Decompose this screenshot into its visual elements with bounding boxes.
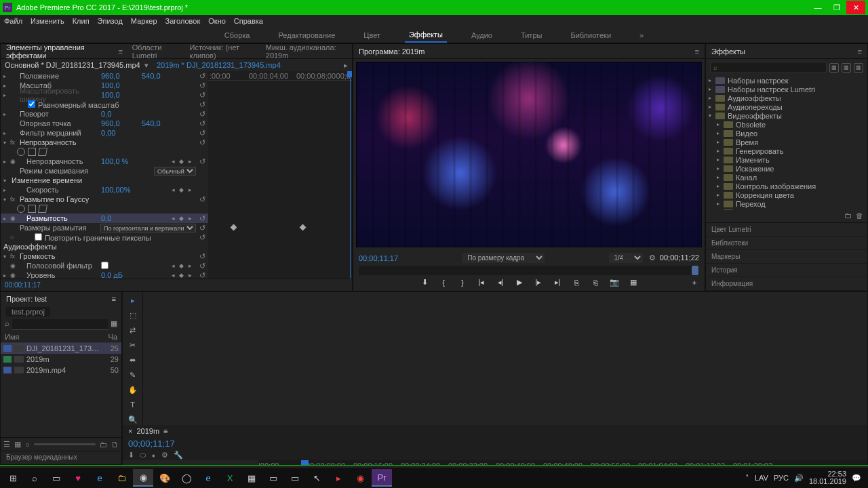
new-bin-icon[interactable]: 🗀 [844, 211, 852, 221]
export-frame-icon[interactable]: 📷 [610, 278, 619, 287]
app-icon[interactable]: ▭ [263, 469, 283, 487]
tray-lav[interactable]: LAV [755, 474, 768, 482]
ec-row[interactable] [1, 147, 208, 157]
marker-icon[interactable]: ⬥ [151, 451, 156, 459]
ws-editing[interactable]: Редактирование [274, 28, 339, 42]
panel-history[interactable]: История [706, 264, 867, 277]
project-tab[interactable]: Проект: test [6, 295, 47, 303]
ec-row[interactable]: Опорная точка960,0540,0↺ [1, 119, 208, 128]
maximize-button[interactable]: ❐ [827, 1, 846, 14]
compare-icon[interactable]: ▦ [629, 278, 638, 287]
link-icon[interactable]: ⬭ [140, 451, 146, 460]
program-zoom[interactable]: 1/4 [609, 253, 643, 263]
menu-clip[interactable]: Клип [73, 17, 90, 25]
ec-row[interactable]: ▸Скорость100,00%◂ ◆ ▸ [1, 185, 208, 195]
zoom-slider[interactable] [34, 443, 96, 445]
ec-row[interactable]: ▸Поворот0,0↺ [1, 109, 208, 119]
app-icon[interactable]: ▸ [328, 469, 349, 487]
program-scrub[interactable] [359, 266, 699, 275]
new-bin-icon[interactable]: 🗀 [100, 441, 107, 449]
selection-tool-icon[interactable]: ▸ [127, 295, 138, 306]
ec-row[interactable]: Аудиоэффекты [1, 242, 208, 251]
ec-row[interactable]: ▸◉Размытость0,0◂ ◆ ▸↺ [1, 214, 208, 223]
project-breadcrumb[interactable]: test.prproj [6, 307, 50, 317]
fx-tree-item[interactable]: ▸Переход [706, 199, 867, 208]
timeline-menu[interactable]: ≡ [163, 427, 167, 435]
ec-row[interactable]: ▸Фильтр мерцаний0,00↺ [1, 128, 208, 138]
ec-row[interactable]: ○Повторить граничные пикселы↺ [1, 232, 208, 242]
ie-icon[interactable]: e [198, 469, 218, 487]
fx-tree-item[interactable]: ▸Obsolete [706, 120, 867, 129]
project-filter-icon[interactable]: ▦ [111, 319, 117, 330]
effects-tab[interactable]: Эффекты [711, 47, 745, 56]
effects-tree[interactable]: ▸Наборы настроек▸Наборы настроек Lumetri… [706, 76, 867, 210]
program-tc-in[interactable]: 00;00;11;17 [359, 254, 398, 262]
mark-in-bracket-icon[interactable]: { [439, 279, 448, 287]
fx-badge2-icon[interactable]: ▦ [842, 63, 851, 73]
search-icon[interactable]: ⌕ [24, 469, 45, 487]
icon-view-icon[interactable]: ▦ [14, 440, 21, 449]
ec-row[interactable]: ▸◉Уровень0,0 дБ◂ ◆ ▸↺ [1, 270, 208, 279]
timeline-tc[interactable]: 00;00;11;17 [128, 439, 175, 449]
fx-tree-item[interactable]: ▸Канал [706, 173, 867, 182]
fx-tree-item[interactable]: ▸Коррекция цвета [706, 190, 867, 199]
keyframe[interactable] [300, 224, 307, 231]
fx-tree-item[interactable]: ▸Время [706, 138, 867, 146]
close-button[interactable]: ✕ [846, 1, 865, 14]
ec-row[interactable]: ▸◉Непрозрачность100,0 %◂ ◆ ▸↺ [1, 157, 208, 166]
fx-tree-item[interactable]: ▸Контроль изображения [706, 182, 867, 190]
mark-in-icon[interactable]: ⬇ [420, 278, 429, 287]
app-icon[interactable]: ◉ [350, 469, 370, 487]
pen-tool-icon[interactable]: ✎ [127, 369, 138, 380]
fx-tree-item[interactable]: ▾Видеоэффекты [706, 111, 867, 120]
media-browser-tab[interactable]: Браузер медиаданных [1, 451, 121, 464]
ws-libraries[interactable]: Библиотеки [566, 28, 615, 42]
ec-properties[interactable]: ▸Положение960,0540,0↺▸Масштаб100,0↺▸Масш… [1, 71, 208, 279]
chrome-icon[interactable]: ◉ [133, 469, 153, 487]
tray-clock[interactable]: 22:53 18.01.2019 [809, 470, 846, 485]
zoom-tool-icon[interactable]: 🔍 [127, 414, 138, 425]
effects-menu[interactable]: ≡ [858, 47, 862, 56]
razor-tool-icon[interactable]: ✂ [127, 340, 138, 350]
wrench-icon[interactable]: 🔧 [174, 451, 183, 460]
ec-row[interactable]: ▾fxГромкость↺ [1, 251, 208, 261]
ec-tab-mixer[interactable]: Микш. аудиоканала: 2019m [266, 43, 347, 60]
ec-row[interactable] [1, 204, 208, 214]
ec-tab-menu[interactable]: ≡ [118, 47, 122, 56]
project-menu[interactable]: ≡ [112, 295, 116, 303]
new-item-icon[interactable]: 🗋 [111, 441, 119, 449]
program-fit[interactable]: По размеру кадра [462, 253, 545, 263]
fx-tree-item[interactable]: ▸Изменить [706, 155, 867, 164]
ec-row[interactable]: Режим смешиванияОбычный [1, 166, 208, 176]
app-icon[interactable]: ↖ [307, 469, 327, 487]
fx-tree-item[interactable]: ▸Аудиопереходы [706, 102, 867, 111]
ws-titles[interactable]: Титры [517, 28, 546, 42]
mark-out-bracket-icon[interactable]: } [458, 279, 467, 287]
calc-icon[interactable]: ▦ [241, 469, 262, 487]
play-icon[interactable]: ▶ [515, 278, 524, 287]
snap-icon[interactable]: ⬇ [128, 451, 134, 460]
tray-volume-icon[interactable]: 🔊 [794, 474, 804, 483]
program-video[interactable]: SIROKEZ video [356, 62, 702, 247]
menu-help[interactable]: Справка [234, 17, 263, 25]
step-fwd-icon[interactable]: |▸ [534, 278, 543, 287]
ec-tab-main[interactable]: Элементы управления эффектами [6, 43, 108, 60]
track-select-icon[interactable]: ⬚ [127, 310, 138, 321]
fx-tree-item[interactable]: ▸Наборы настроек [706, 76, 867, 85]
ec-row[interactable]: ◉Полосовой фильтр◂ ◆ ▸↺ [1, 261, 208, 270]
ec-row[interactable]: ▸Положение960,0540,0↺ [1, 71, 208, 81]
menu-title[interactable]: Заголовок [165, 17, 201, 25]
slip-tool-icon[interactable]: ⬌ [127, 354, 138, 365]
settings-icon[interactable]: ⚙ [161, 451, 168, 460]
ec-row[interactable]: ▸Масштабировать ширину100,0↺ [1, 90, 208, 100]
ec-tab-source[interactable]: Источник: (нет клипов) [190, 43, 256, 60]
tray-lang[interactable]: РУС [774, 474, 789, 482]
ec-footer-tc[interactable]: 00;00;11;17 [5, 281, 41, 289]
panel-info[interactable]: Информация [706, 277, 867, 291]
add-button-icon[interactable]: + [690, 279, 699, 287]
minimize-button[interactable]: — [808, 1, 827, 14]
ws-more[interactable]: » [635, 28, 648, 42]
program-menu[interactable]: ≡ [695, 47, 699, 56]
menu-file[interactable]: Файл [4, 17, 22, 25]
goto-out-icon[interactable]: ▸| [553, 278, 562, 287]
